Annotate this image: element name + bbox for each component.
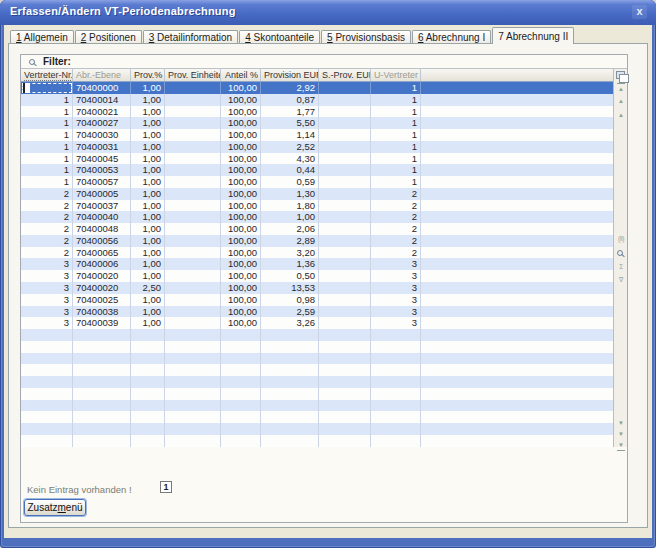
table-cell[interactable] <box>21 364 73 376</box>
table-row[interactable]: 3704000201,00100,000,503 <box>21 270 613 282</box>
table-cell[interactable] <box>165 376 221 388</box>
table-cell[interactable] <box>319 223 371 235</box>
table-cell[interactable] <box>319 106 371 118</box>
table-cell[interactable]: 70400053 <box>73 164 131 176</box>
table-cell[interactable] <box>165 176 221 188</box>
table-row[interactable] <box>21 364 613 376</box>
table-cell[interactable]: 1,30 <box>261 188 319 200</box>
table-row[interactable] <box>21 353 613 365</box>
table-cell[interactable] <box>131 400 165 412</box>
table-cell[interactable]: 2 <box>21 247 73 259</box>
table-cell[interactable]: 3 <box>371 306 421 318</box>
column-header-2[interactable]: Abr.-Ebene <box>73 69 131 81</box>
table-cell[interactable]: 2 <box>371 188 421 200</box>
table-row[interactable]: 3704000391,00100,003,263 <box>21 317 613 329</box>
table-cell[interactable] <box>319 258 371 270</box>
page-up-icon[interactable]: ▲ <box>614 111 628 119</box>
table-cell[interactable] <box>131 376 165 388</box>
table-cell[interactable] <box>221 411 261 423</box>
scroll-to-top-icon[interactable]: ▲ <box>614 83 628 93</box>
table-cell[interactable] <box>165 317 221 329</box>
table-cell[interactable]: 70400020 <box>73 270 131 282</box>
table-cell[interactable] <box>261 364 319 376</box>
table-cell[interactable] <box>165 282 221 294</box>
table-cell[interactable]: 0,87 <box>261 94 319 106</box>
table-cell[interactable]: 2 <box>21 211 73 223</box>
table-cell[interactable]: 100,00 <box>221 176 261 188</box>
scroll-to-bottom-icon[interactable]: ▼ <box>614 441 628 451</box>
table-cell[interactable]: 1,00 <box>131 223 165 235</box>
column-header-3[interactable]: Prov.% <box>131 69 165 81</box>
table-cell[interactable] <box>21 388 73 400</box>
table-cell[interactable] <box>221 388 261 400</box>
table-cell[interactable]: 3 <box>371 294 421 306</box>
table-cell[interactable] <box>319 353 371 365</box>
table-cell[interactable] <box>21 353 73 365</box>
table-cell[interactable]: 1,00 <box>131 247 165 259</box>
table-cell[interactable]: 1 <box>371 153 421 165</box>
table-cell[interactable] <box>319 423 371 435</box>
tab-7[interactable]: 7 Abrechnung II <box>492 27 574 44</box>
table-cell[interactable] <box>261 376 319 388</box>
table-cell[interactable]: 1,00 <box>131 176 165 188</box>
table-cell[interactable] <box>131 341 165 353</box>
table-cell[interactable]: 100,00 <box>221 247 261 259</box>
table-cell[interactable] <box>165 129 221 141</box>
table-cell[interactable]: 100,00 <box>221 258 261 270</box>
table-cell[interactable] <box>261 341 319 353</box>
table-cell[interactable]: 1 <box>21 129 73 141</box>
table-row[interactable]: 2704000561,00100,002,892 <box>21 235 613 247</box>
table-cell[interactable] <box>221 329 261 341</box>
table-cell[interactable]: 70400031 <box>73 141 131 153</box>
filter-funnel-icon[interactable]: ∇ <box>614 276 628 284</box>
table-cell[interactable] <box>319 200 371 212</box>
table-cell[interactable]: 1,00 <box>131 270 165 282</box>
column-header-5[interactable]: Anteil % <box>221 69 261 81</box>
grid-layout-icon[interactable] <box>616 71 625 79</box>
table-cell[interactable]: 1 <box>371 129 421 141</box>
table-cell[interactable] <box>165 364 221 376</box>
table-row[interactable]: 2704000401,00100,001,002 <box>21 211 613 223</box>
table-cell[interactable]: 1,00 <box>131 164 165 176</box>
table-cell[interactable]: 1 <box>21 164 73 176</box>
table-cell[interactable] <box>261 388 319 400</box>
table-cell[interactable] <box>73 388 131 400</box>
table-cell[interactable]: 2,50 <box>131 282 165 294</box>
table-cell[interactable]: 70400005 <box>73 188 131 200</box>
table-cell[interactable] <box>371 400 421 412</box>
table-cell[interactable]: 70400014 <box>73 94 131 106</box>
search-icon[interactable] <box>617 250 623 256</box>
table-cell[interactable] <box>371 376 421 388</box>
table-cell[interactable] <box>319 235 371 247</box>
table-cell[interactable] <box>319 153 371 165</box>
table-cell[interactable] <box>319 247 371 259</box>
table-cell[interactable] <box>371 329 421 341</box>
table-cell[interactable]: 2 <box>21 200 73 212</box>
table-cell[interactable] <box>73 435 131 447</box>
table-cell[interactable]: 70400039 <box>73 317 131 329</box>
table-cell[interactable] <box>319 270 371 282</box>
table-cell[interactable]: 1,77 <box>261 106 319 118</box>
table-row[interactable] <box>21 388 613 400</box>
table-cell[interactable]: 1 <box>21 117 73 129</box>
table-cell[interactable]: 1,80 <box>261 200 319 212</box>
table-row[interactable]: 3704000381,00100,002,593 <box>21 306 613 318</box>
table-cell[interactable]: 1,00 <box>131 258 165 270</box>
table-cell[interactable]: 2 <box>371 235 421 247</box>
table-cell[interactable] <box>221 353 261 365</box>
table-cell[interactable] <box>131 329 165 341</box>
table-cell[interactable]: 1,00 <box>131 94 165 106</box>
table-cell[interactable] <box>165 400 221 412</box>
table-cell[interactable]: 1 <box>371 117 421 129</box>
table-cell[interactable] <box>319 341 371 353</box>
table-cell[interactable]: 3 <box>21 306 73 318</box>
page-down-icon[interactable]: ▼ <box>614 430 628 438</box>
table-row[interactable] <box>21 341 613 353</box>
column-header-1[interactable]: Vertreter-Nr. <box>21 69 73 81</box>
table-cell[interactable] <box>165 200 221 212</box>
table-cell[interactable] <box>165 141 221 153</box>
table-cell[interactable]: 100,00 <box>221 153 261 165</box>
table-row[interactable]: 1704000141,00100,000,871 <box>21 94 613 106</box>
table-row[interactable]: 1704000271,00100,005,501 <box>21 117 613 129</box>
table-row[interactable]: 2704000051,00100,001,302 <box>21 188 613 200</box>
